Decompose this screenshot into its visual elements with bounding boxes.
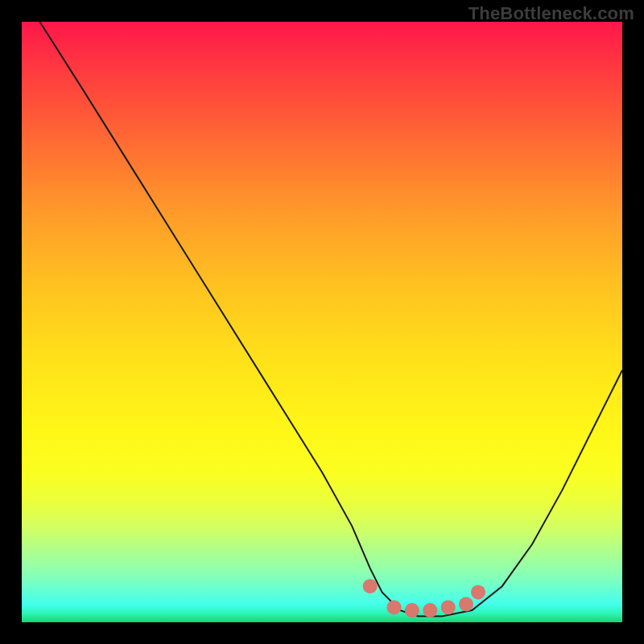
chart-plot xyxy=(22,22,622,622)
watermark-text: TheBottleneck.com xyxy=(469,3,634,24)
marker-dot xyxy=(405,603,419,617)
marker-dot xyxy=(441,600,456,614)
marker-dot xyxy=(387,600,402,614)
marker-dot xyxy=(471,585,485,600)
marker-dot xyxy=(423,603,437,617)
chart-frame: TheBottleneck.com xyxy=(0,0,644,644)
marker-dot xyxy=(459,597,473,612)
curve-layer xyxy=(39,22,622,617)
bottleneck-curve xyxy=(39,22,622,617)
marker-dot xyxy=(363,579,378,593)
